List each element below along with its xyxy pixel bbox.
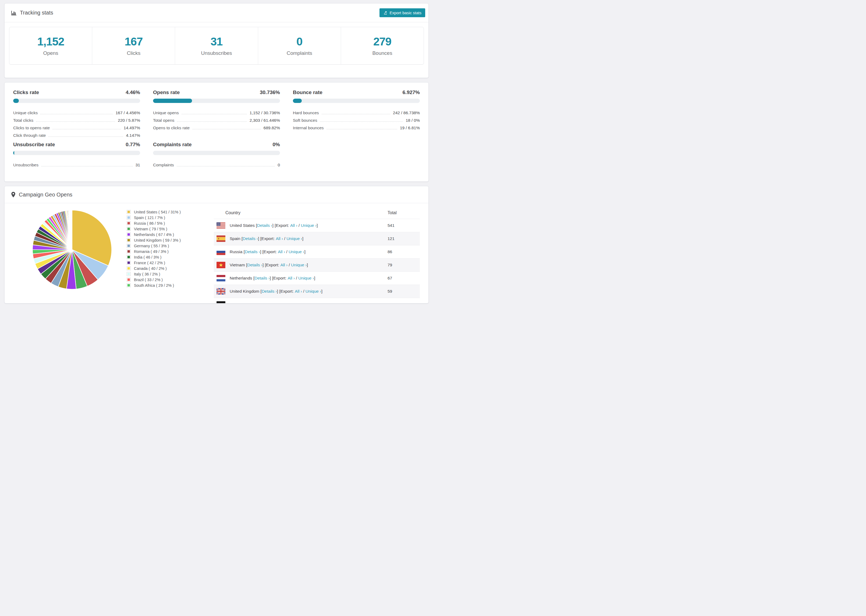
- stat-row-label: Click through rate: [13, 133, 46, 138]
- clicks-rate-progressbar: [13, 99, 140, 103]
- export-all-link[interactable]: All ›: [295, 289, 302, 294]
- slash: /: [286, 250, 287, 254]
- bounce-rate-progress-fill: [293, 99, 302, 103]
- bounce-rate-progressbar: [293, 99, 420, 103]
- country-name: Germany: [230, 302, 247, 303]
- page-title-text: Tracking stats: [20, 10, 53, 16]
- export-all-link[interactable]: All ›: [288, 276, 295, 281]
- stat-row-value: 18 / 0%: [406, 118, 420, 123]
- export-prefix: Export:: [266, 262, 279, 267]
- legend-item-france: France ( 42 / 2% ): [127, 260, 198, 266]
- stat-complaints: 0 Complaints: [258, 27, 341, 64]
- opens-rate-title: Opens rate: [153, 90, 179, 96]
- opens-rate-percent: 30.736%: [260, 90, 280, 96]
- details-link[interactable]: Details ›: [254, 276, 270, 281]
- bar-chart-icon: [11, 10, 17, 16]
- bounce-rate-percent: 6.927%: [403, 90, 420, 96]
- legend-item-germany: Germany ( 55 / 3% ): [127, 243, 198, 248]
- country-total: 121: [387, 236, 420, 241]
- legend-swatch: [127, 266, 131, 270]
- bracket: ]: [272, 223, 274, 228]
- export-unique-link[interactable]: Unique ›: [298, 276, 314, 281]
- germany-flag-icon: [216, 301, 225, 303]
- stat-row-label: Soft bounces: [293, 118, 317, 123]
- dotted-leader: [326, 129, 397, 129]
- table-row-united-kingdom: United Kingdom [Details ›] [Export: All …: [214, 284, 420, 298]
- slash: /: [284, 236, 285, 241]
- clicks-rate-percent: 4.46%: [126, 90, 140, 96]
- legend-label: Netherlands ( 67 / 4% ): [134, 233, 174, 237]
- details-link[interactable]: Details ›: [262, 289, 277, 294]
- legend-item-spain: Spain ( 121 / 7% ): [127, 215, 198, 220]
- details-link[interactable]: Details ›: [245, 250, 260, 254]
- geo-pie-legend: United States ( 541 / 31% ) Spain ( 121 …: [127, 209, 198, 288]
- legend-item-united-states: United States ( 541 / 31% ): [127, 209, 198, 215]
- legend-label: Italy ( 36 / 2% ): [134, 272, 160, 276]
- dotted-leader: [41, 166, 133, 167]
- stat-opens: 1,152 Opens: [9, 27, 92, 64]
- export-unique-link[interactable]: Unique ›: [301, 223, 317, 228]
- export-unique-link[interactable]: Unique ›: [291, 262, 307, 267]
- country-total: 86: [387, 250, 420, 254]
- details-link[interactable]: Details ›: [242, 236, 258, 241]
- country-name: Russia: [230, 250, 242, 254]
- unsubscribe-rate-block: Unsubscribe rate 0.77% Unsubscribes31: [13, 141, 140, 168]
- dotted-leader: [52, 129, 121, 129]
- legend-swatch: [127, 244, 131, 248]
- legend-item-vietnam: Vietnam ( 79 / 5% ): [127, 226, 198, 232]
- tracking-stats-page: Tracking stats Export basic stats 1,152 …: [0, 0, 433, 308]
- legend-item-india: India ( 46 / 3% ): [127, 254, 198, 260]
- export-basic-stats-button[interactable]: Export basic stats: [379, 8, 425, 17]
- legend-label: United Kingdom ( 59 / 3% ): [134, 238, 181, 242]
- stat-row-label: Hard bounces: [293, 110, 319, 116]
- table-row-russia: Russia [Details ›] [Export: All › / Uniq…: [214, 245, 420, 258]
- stat-row-label: Unique opens: [153, 110, 179, 116]
- dotted-leader: [177, 166, 275, 167]
- stat-row-label: Total clicks: [13, 118, 33, 123]
- map-pin-icon: [11, 192, 16, 198]
- export-all-link[interactable]: All ›: [276, 236, 283, 241]
- bounce-rate-title: Bounce rate: [293, 90, 323, 96]
- geo-pie-chart: [30, 208, 114, 291]
- legend-item-romania: Romania ( 49 / 3% ): [127, 248, 198, 254]
- legend-label: Germany ( 55 / 3% ): [134, 244, 169, 248]
- stat-row: Opens to clicks rate689.82%: [153, 123, 280, 131]
- tracking-stats-card: Tracking stats Export basic stats 1,152 …: [4, 3, 429, 78]
- complaints-rate-title: Complaints rate: [153, 141, 192, 148]
- legend-label: South Africa ( 29 / 2% ): [134, 283, 174, 288]
- export-unique-link[interactable]: Unique ›: [287, 236, 302, 241]
- export-all-link[interactable]: All ›: [280, 262, 288, 267]
- export-all-link[interactable]: All ›: [278, 250, 285, 254]
- bracket: ]: [260, 250, 261, 254]
- details-link[interactable]: Details ›: [247, 262, 263, 267]
- legend-swatch: [127, 233, 131, 237]
- legend-swatch: [127, 272, 131, 276]
- legend-label: France ( 42 / 2% ): [134, 261, 165, 265]
- stat-row-label: Unsubscribes: [13, 163, 38, 168]
- stat-row-label: Unique clicks: [13, 110, 38, 116]
- details-link[interactable]: Details ›: [257, 223, 272, 228]
- export-unique-link[interactable]: Unique ›: [288, 250, 304, 254]
- bracket: ]: [321, 289, 322, 294]
- geo-title-text: Campaign Geo Opens: [19, 192, 72, 198]
- stat-row-value: 220 / 5.87%: [118, 118, 140, 123]
- country-total: 59: [387, 289, 420, 294]
- legend-swatch: [127, 221, 131, 225]
- export-unique-link[interactable]: Unique ›: [305, 289, 321, 294]
- bracket: ]: [302, 236, 303, 241]
- bracket: ]: [258, 236, 259, 241]
- legend-label: Canada ( 40 / 2% ): [134, 266, 167, 271]
- tracking-stats-header: Tracking stats Export basic stats: [5, 3, 428, 22]
- export-all-link[interactable]: All ›: [290, 223, 298, 228]
- table-row-spain: Spain [Details ›] [Export: All › / Uniqu…: [214, 232, 420, 245]
- russia-flag-icon: [216, 248, 225, 255]
- slash: /: [288, 262, 290, 267]
- country-name: United Kingdom: [230, 289, 259, 294]
- country-name: Vietnam: [230, 262, 245, 267]
- stat-row: Total opens2,303 / 61.446%: [153, 116, 280, 123]
- stat-row: Internal bounces19 / 6.81%: [293, 123, 420, 131]
- stat-row-value: 0: [277, 163, 280, 168]
- dotted-leader: [181, 114, 247, 114]
- stat-unsubscribes: 31 Unsubscribes: [175, 27, 258, 64]
- stat-row-label: Internal bounces: [293, 126, 324, 131]
